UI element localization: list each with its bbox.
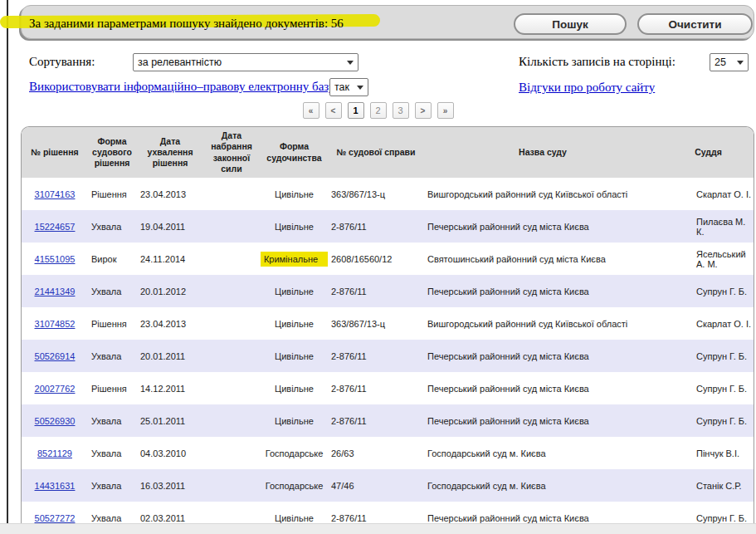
cell-court: Вишгородський районний суд Київської обл… bbox=[422, 178, 663, 210]
column-header: Форма судочинства bbox=[259, 127, 329, 178]
decision-number-link[interactable]: 50526930 bbox=[35, 416, 76, 426]
decision-number-link[interactable]: 31074163 bbox=[35, 189, 76, 199]
cell-judge: Скарлат О. І. bbox=[663, 178, 754, 210]
chevron-down-icon bbox=[737, 61, 744, 65]
cell-form: Ухвала bbox=[88, 275, 136, 307]
decision-number-link[interactable]: 20027762 bbox=[35, 384, 76, 394]
cell-proceeding: Цивільне bbox=[259, 307, 329, 340]
cell-judge: Супрун Г. Б. bbox=[663, 372, 754, 404]
cell-form: Ухвала bbox=[88, 340, 136, 372]
cell-case_no: 2-876/11 bbox=[329, 340, 422, 372]
pagination-button[interactable]: « bbox=[303, 102, 319, 119]
sort-select[interactable]: за релевантністю bbox=[133, 53, 358, 71]
decision-number-link[interactable]: 14431631 bbox=[35, 481, 76, 491]
pagination: «<123>» bbox=[0, 102, 756, 119]
cell-proceeding: Цивільне bbox=[259, 178, 329, 210]
cell-form: Рішення bbox=[88, 178, 136, 210]
cell-id: 50526914 bbox=[22, 340, 88, 372]
table-row: 50526914Ухвала20.01.2011Цивільне2-876/11… bbox=[22, 340, 754, 372]
cell-date: 19.04.2011 bbox=[136, 210, 204, 243]
decision-number-link[interactable]: 31074852 bbox=[35, 319, 76, 329]
cell-id: 14431631 bbox=[22, 469, 88, 502]
decision-number-link[interactable]: 8521129 bbox=[37, 448, 72, 458]
cell-legal_force_date bbox=[204, 243, 259, 275]
cell-form: Рішення bbox=[88, 307, 136, 340]
cell-form: Ухвала bbox=[88, 437, 136, 469]
decision-number-link[interactable]: 41551095 bbox=[35, 254, 76, 264]
legal-base-select[interactable]: так bbox=[329, 78, 368, 96]
decision-number-link[interactable]: 21441349 bbox=[35, 287, 76, 296]
cell-form: Ухвала bbox=[88, 469, 136, 502]
table-row: 50526930Ухвала25.01.2011Цивільне2-876/11… bbox=[22, 404, 754, 437]
column-header: Дата набрання законної сили bbox=[204, 127, 259, 178]
table-row: 31074852Рішення23.04.2013Цивільне363/867… bbox=[22, 307, 754, 340]
cell-id: 31074163 bbox=[22, 178, 88, 210]
highlighted-proceeding: Кримінальне bbox=[261, 252, 328, 267]
cell-date: 04.03.2010 bbox=[136, 437, 204, 469]
bottom-scroll-track bbox=[0, 523, 756, 534]
table-row: 15224657Ухвала19.04.2011Цивільне2-876/11… bbox=[22, 210, 754, 243]
pagination-button[interactable]: 3 bbox=[393, 102, 409, 119]
cell-date: 20.01.2011 bbox=[136, 340, 204, 372]
cell-date: 23.04.2013 bbox=[136, 178, 204, 210]
sort-label: Сортування: bbox=[29, 55, 95, 69]
legal-base-link[interactable]: Використовувати інформаційно–правову еле… bbox=[29, 80, 338, 94]
cell-case_no: 26/63 bbox=[329, 437, 422, 469]
cell-court: Господарський суд м. Києва bbox=[422, 469, 663, 502]
decision-number-link[interactable]: 15224657 bbox=[35, 222, 76, 232]
per-page-select-value: 25 bbox=[715, 56, 726, 68]
cell-id: 31074852 bbox=[22, 307, 88, 340]
cell-case_no: 47/46 bbox=[329, 469, 422, 502]
cell-proceeding: Господарське bbox=[259, 469, 329, 502]
left-border-line bbox=[7, 0, 8, 523]
feedback-link[interactable]: Відгуки про роботу сайту bbox=[519, 81, 655, 95]
cell-case_no: 2-876/11 bbox=[329, 404, 422, 437]
cell-date: 25.01.2011 bbox=[136, 404, 204, 437]
cell-legal_force_date bbox=[204, 340, 259, 372]
cell-proceeding: Цивільне bbox=[259, 372, 329, 404]
cell-proceeding: Господарське bbox=[259, 437, 329, 469]
cell-id: 15224657 bbox=[22, 210, 88, 243]
legal-base-select-value: так bbox=[334, 81, 349, 93]
cell-court: Печерський районний суд міста Києва bbox=[422, 372, 663, 404]
pagination-button[interactable]: 1 bbox=[348, 102, 364, 119]
table-row: 14431631Ухвала16.03.2011Господарське47/4… bbox=[22, 469, 754, 502]
per-page-select[interactable]: 25 bbox=[710, 53, 749, 71]
table-row: 41551095Вирок24.11.2014Кримінальне2608/1… bbox=[22, 243, 754, 275]
cell-legal_force_date bbox=[204, 469, 259, 502]
clear-button[interactable]: Очистити bbox=[637, 13, 753, 35]
pagination-button[interactable]: > bbox=[415, 102, 432, 119]
cell-proceeding: Цивільне bbox=[259, 340, 329, 372]
cell-id: 50526930 bbox=[22, 404, 88, 437]
cell-legal_force_date bbox=[204, 210, 259, 243]
table-body: 31074163Рішення23.04.2013Цивільне363/867… bbox=[22, 178, 754, 534]
search-button[interactable]: Пошук bbox=[514, 13, 627, 35]
cell-date: 23.04.2013 bbox=[136, 307, 204, 340]
pagination-button[interactable]: » bbox=[437, 102, 454, 119]
column-header: Суддя bbox=[663, 127, 754, 178]
cell-judge: Скарлат О. І. bbox=[663, 307, 754, 340]
decision-number-link[interactable]: 50526914 bbox=[35, 351, 76, 361]
cell-court: Господарський суд м. Києва bbox=[422, 437, 663, 469]
cell-court: Печерський районний суд міста Києва bbox=[422, 275, 663, 307]
cell-case_no: 363/867/13-ц bbox=[329, 307, 422, 340]
decision-number-link[interactable]: 50527272 bbox=[35, 513, 76, 523]
pagination-button[interactable]: 2 bbox=[370, 102, 387, 119]
cell-id: 21441349 bbox=[22, 275, 88, 307]
cell-court: Печерський районний суд міста Києва bbox=[422, 404, 663, 437]
pagination-button[interactable]: < bbox=[325, 102, 342, 119]
cell-proceeding: Цивільне bbox=[259, 275, 329, 307]
column-header: Дата ухвалення рішення bbox=[136, 127, 204, 178]
cell-proceeding: Цивільне bbox=[259, 404, 329, 437]
cell-date: 14.12.2011 bbox=[136, 372, 204, 404]
sort-select-value: за релевантністю bbox=[138, 56, 222, 68]
cell-proceeding: Кримінальне bbox=[259, 243, 329, 275]
cell-judge: Пінчук В.І. bbox=[663, 437, 754, 469]
cell-court: Печерський районний суд міста Києва bbox=[422, 210, 663, 243]
cell-id: 20027762 bbox=[22, 372, 88, 404]
per-page-label: Кількість записів на сторінці: bbox=[519, 55, 676, 69]
cell-case_no: 363/867/13-ц bbox=[329, 178, 422, 210]
cell-id: 8521129 bbox=[22, 437, 88, 469]
cell-form: Рішення bbox=[88, 372, 136, 404]
column-header: Форма судового рішення bbox=[88, 127, 136, 178]
